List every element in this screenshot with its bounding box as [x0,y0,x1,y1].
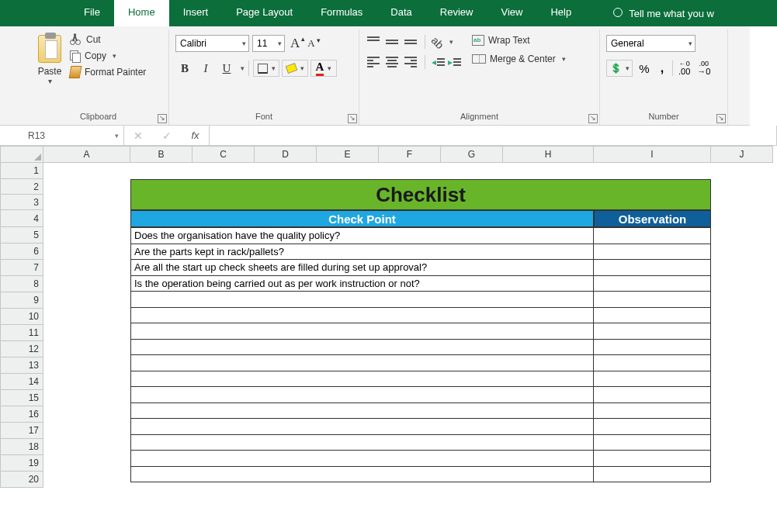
bold-button[interactable]: B [175,60,194,77]
group-launcher[interactable]: ↘ [716,114,726,123]
tab-view[interactable]: View [487,0,536,26]
row-header[interactable]: 17 [0,423,43,439]
row-header[interactable]: 14 [0,374,43,390]
row-header[interactable]: 18 [0,439,43,455]
observation-cell[interactable] [594,451,711,467]
group-launcher[interactable]: ↘ [158,114,167,123]
observation-cell[interactable] [594,292,711,308]
decrease-indent-button[interactable]: ◂ [432,57,445,67]
observation-header-cell[interactable]: Observation [594,210,711,227]
format-painter-button[interactable]: Format Painter [70,66,146,78]
checklist-table[interactable]: Does the organisation have the quality p… [130,227,711,482]
row-header[interactable]: 2 [0,179,43,195]
row-header[interactable]: 1 [0,163,43,179]
italic-button[interactable]: I [196,60,215,77]
fx-icon[interactable]: fx [191,130,199,141]
row-header[interactable]: 10 [0,309,43,325]
column-header[interactable]: C [193,146,255,163]
paste-button[interactable]: Paste ▾ [34,32,65,85]
checkpoint-cell[interactable] [131,323,594,340]
row-header[interactable]: 16 [0,406,43,423]
top-align-button[interactable] [366,35,381,49]
tell-me-search[interactable]: Tell me what you w [599,0,728,26]
checkpoint-cell[interactable] [131,371,594,387]
orientation-button[interactable]: ab [429,34,446,51]
observation-cell[interactable] [594,228,711,244]
checkpoint-cell[interactable] [131,466,594,482]
name-box[interactable]: R13 ▾ [23,126,124,145]
formula-bar-input[interactable] [210,126,777,145]
decrease-decimal-button[interactable]: .00→0 [695,60,712,77]
observation-cell[interactable] [594,307,711,323]
column-header[interactable]: B [130,146,193,163]
enter-icon[interactable]: ✓ [162,130,172,142]
wrap-text-button[interactable]: ab Wrap Text [472,35,566,46]
checkpoint-cell[interactable] [131,402,594,419]
checkpoint-cell[interactable]: Does the organisation have the quality p… [131,228,594,244]
column-header[interactable]: E [317,146,379,163]
row-header[interactable]: 19 [0,455,43,472]
observation-cell[interactable] [594,275,711,292]
row-header[interactable]: 8 [0,276,43,292]
checkpoint-cell[interactable] [131,387,594,403]
checkpoint-cell[interactable]: Are the parts kept in rack/pallets? [131,244,594,260]
column-header[interactable]: F [379,146,441,163]
column-header[interactable]: D [255,146,317,163]
accounting-format-button[interactable]: 💲▾ [606,60,633,77]
tab-formulas[interactable]: Formulas [307,0,376,26]
observation-cell[interactable] [594,402,711,419]
checkpoint-header-cell[interactable]: Check Point [130,210,594,227]
checkpoint-cell[interactable] [131,292,594,308]
observation-cell[interactable] [594,355,711,371]
observation-cell[interactable] [594,387,711,403]
increase-decimal-button[interactable]: ←0.00 [677,60,692,77]
chevron-down-icon[interactable]: ▾ [238,64,245,72]
increase-indent-button[interactable]: ▸ [448,57,461,67]
row-header[interactable]: 3 [0,195,43,210]
column-header[interactable]: H [503,146,594,163]
tab-help[interactable]: Help [536,0,585,26]
cancel-icon[interactable]: ✕ [134,130,143,142]
cells-area[interactable]: Checklist Check Point Observation Does t… [43,163,777,488]
shrink-font-button[interactable]: A▾ [305,37,317,50]
row-header[interactable]: 11 [0,325,43,341]
percent-button[interactable]: % [637,60,652,77]
checklist-title-cell[interactable]: Checklist [130,179,711,210]
checkpoint-cell[interactable]: Are all the start up check sheets are fi… [131,260,594,276]
row-header[interactable]: 9 [0,292,43,309]
row-header[interactable]: 5 [0,227,43,244]
tab-review[interactable]: Review [426,0,487,26]
tab-insert[interactable]: Insert [169,0,223,26]
tab-data[interactable]: Data [376,0,425,26]
tab-home[interactable]: Home [114,0,169,26]
checkpoint-cell[interactable]: Is the operation being carried out as pe… [131,275,594,292]
column-header[interactable]: J [711,146,773,163]
border-button[interactable]: ▾ [253,60,279,77]
tab-pagelayout[interactable]: Page Layout [222,0,307,26]
row-header[interactable]: 4 [0,210,43,227]
tab-file[interactable]: File [70,0,114,26]
observation-cell[interactable] [594,466,711,482]
row-header[interactable]: 6 [0,244,43,260]
select-all-corner[interactable] [0,146,43,163]
merge-center-button[interactable]: Merge & Center ▾ [472,54,566,64]
copy-button[interactable]: Copy ▾ [70,50,146,61]
checkpoint-cell[interactable] [131,419,594,435]
font-color-button[interactable]: A▾ [310,60,337,77]
number-format-combo[interactable]: General▾ [606,35,695,52]
column-header[interactable]: A [43,146,130,163]
observation-cell[interactable] [594,323,711,340]
observation-cell[interactable] [594,434,711,451]
font-name-combo[interactable]: Calibri▾ [175,35,249,52]
observation-cell[interactable] [594,371,711,387]
observation-cell[interactable] [594,419,711,435]
row-header[interactable]: 15 [0,390,43,406]
fill-color-button[interactable]: ▾ [282,60,308,77]
cut-button[interactable]: Cut [70,33,146,46]
row-header[interactable]: 20 [0,472,43,488]
column-header[interactable]: I [594,146,711,163]
checkpoint-cell[interactable] [131,451,594,467]
observation-cell[interactable] [594,339,711,355]
align-left-button[interactable] [366,55,381,69]
align-center-button[interactable] [384,55,400,69]
